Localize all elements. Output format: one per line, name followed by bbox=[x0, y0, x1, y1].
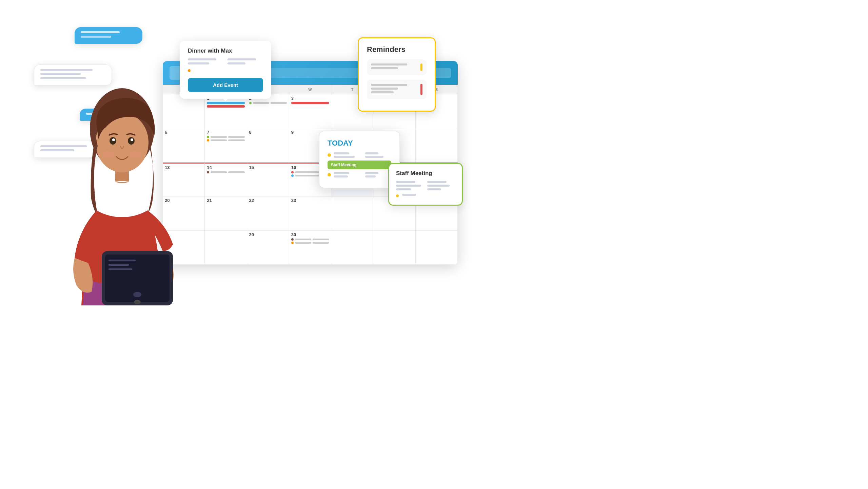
svg-rect-13 bbox=[108, 264, 129, 266]
dot-event bbox=[291, 238, 329, 241]
event-bar-red bbox=[291, 102, 329, 104]
dot-blue bbox=[291, 174, 294, 177]
event-bar-red bbox=[207, 105, 244, 108]
table-row[interactable] bbox=[331, 231, 373, 265]
dot-green bbox=[249, 102, 252, 104]
reminder-accent-red bbox=[420, 84, 422, 95]
staff-card-title: Staff Meeting bbox=[396, 170, 455, 177]
dot-red bbox=[291, 171, 294, 173]
table-row[interactable]: 22 bbox=[247, 196, 289, 230]
table-row[interactable] bbox=[416, 231, 458, 265]
table-row[interactable]: 3 bbox=[289, 94, 331, 128]
table-row[interactable]: 21 bbox=[205, 196, 247, 230]
dot-brown bbox=[291, 238, 294, 241]
reminders-card: Reminders bbox=[358, 37, 436, 112]
today-card: TODAY Staff Meeting bbox=[319, 131, 400, 188]
staff-meeting-card: Staff Meeting bbox=[388, 163, 463, 206]
staff-card-dot bbox=[396, 194, 399, 197]
table-row[interactable]: 15 bbox=[247, 163, 289, 196]
table-row[interactable]: 30 bbox=[289, 231, 331, 265]
dot-event bbox=[207, 171, 244, 173]
reminder-item-2 bbox=[367, 80, 427, 99]
dot-orange bbox=[291, 242, 294, 244]
dinner-title: Dinner with Max bbox=[188, 48, 263, 54]
svg-point-9 bbox=[130, 151, 141, 158]
table-row[interactable]: 2 bbox=[247, 94, 289, 128]
table-row[interactable] bbox=[416, 128, 458, 162]
dot-yellow bbox=[328, 153, 331, 157]
table-row[interactable]: 8 bbox=[247, 128, 289, 162]
cal-day-wed: W bbox=[289, 85, 331, 94]
table-row[interactable]: 23 bbox=[289, 196, 331, 230]
staff-meeting-badge: Staff Meeting bbox=[328, 161, 391, 169]
dot-yellow-2 bbox=[328, 173, 331, 176]
table-row[interactable]: 14 bbox=[205, 163, 247, 196]
svg-point-15 bbox=[133, 292, 141, 297]
svg-point-7 bbox=[131, 138, 133, 141]
table-row[interactable] bbox=[331, 196, 373, 230]
svg-rect-12 bbox=[108, 260, 136, 261]
svg-rect-14 bbox=[108, 268, 132, 270]
today-item-2 bbox=[328, 172, 391, 177]
dot-event bbox=[207, 136, 244, 138]
svg-point-8 bbox=[103, 151, 114, 158]
svg-point-5 bbox=[112, 138, 115, 141]
person-svg bbox=[51, 68, 193, 333]
reminder-item-1 bbox=[367, 59, 427, 75]
dinner-popup: Dinner with Max Add Event bbox=[180, 41, 271, 99]
dot-event bbox=[249, 102, 287, 104]
table-row[interactable] bbox=[205, 231, 247, 265]
today-label: TODAY bbox=[328, 139, 391, 148]
table-row[interactable] bbox=[373, 231, 415, 265]
dot-event bbox=[207, 139, 244, 142]
dot-orange bbox=[207, 139, 209, 142]
chat-bubble-1 bbox=[75, 27, 142, 44]
today-item-1 bbox=[328, 152, 391, 158]
reminder-accent-yellow bbox=[420, 63, 422, 71]
dot-green bbox=[207, 136, 209, 138]
person-illustration bbox=[51, 68, 193, 333]
table-row[interactable]: 29 bbox=[247, 231, 289, 265]
dot-brown bbox=[207, 171, 209, 173]
calendar-nav-button bbox=[434, 68, 451, 78]
add-event-button[interactable]: Add Event bbox=[188, 78, 263, 92]
svg-point-16 bbox=[134, 300, 140, 304]
table-row[interactable]: 7 bbox=[205, 128, 247, 162]
dot-event bbox=[291, 242, 329, 244]
reminders-title: Reminders bbox=[367, 45, 427, 54]
